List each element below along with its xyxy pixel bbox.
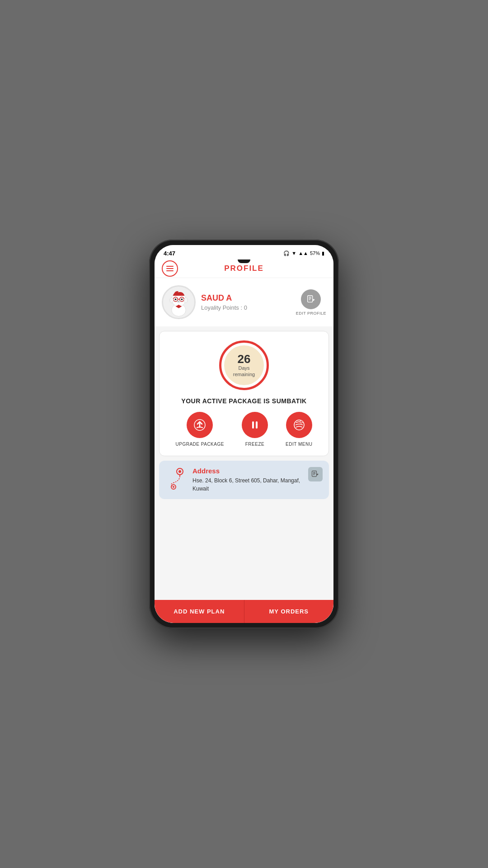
svg-point-24	[173, 486, 174, 488]
svg-rect-16	[252, 421, 254, 429]
phone-screen: 4:47 🎧 ▼ ▲▲ 57% ▮ PROFILE	[155, 245, 333, 623]
upgrade-label: UPGRADE PACKAGE	[176, 442, 224, 447]
profile-section: SAUD A Loyality Points : 0	[155, 278, 333, 326]
address-text-area: Address Hse. 24, Block 6, Street 605, Da…	[192, 467, 308, 493]
address-text: Hse. 24, Block 6, Street 605, Dahar, Man…	[192, 476, 308, 493]
svg-point-6	[181, 298, 183, 300]
svg-point-9	[177, 300, 181, 302]
svg-point-21	[178, 470, 181, 473]
days-inner: 26 Daysremaining	[224, 345, 264, 385]
upgrade-icon	[193, 418, 206, 432]
status-icons: 🎧 ▼ ▲▲ 57% ▮	[283, 250, 324, 256]
svg-point-8	[184, 297, 188, 303]
signal-icon: ▲▲	[298, 250, 308, 256]
edit-menu-label: EDIT MENU	[286, 442, 312, 447]
status-bar: 4:47 🎧 ▼ ▲▲ 57% ▮	[155, 245, 333, 259]
edit-menu-icon	[292, 418, 306, 432]
svg-point-7	[170, 297, 174, 303]
address-left: Address Hse. 24, Block 6, Street 605, Da…	[165, 467, 308, 493]
pause-icon-circle	[242, 412, 268, 438]
edit-profile-button[interactable]: EDIT PROFILE	[296, 289, 326, 316]
edit-icon	[301, 289, 321, 309]
freeze-button[interactable]: FREEZE	[242, 412, 268, 447]
edit-address-icon	[311, 470, 320, 479]
status-time: 4:47	[164, 250, 175, 257]
svg-point-10	[178, 301, 179, 302]
loyalty-points: Loyality Points : 0	[201, 304, 247, 311]
address-card: Address Hse. 24, Block 6, Street 605, Da…	[159, 461, 329, 499]
spacer	[155, 504, 333, 600]
upgrade-icon-circle	[187, 412, 213, 438]
svg-rect-11	[308, 295, 313, 302]
pause-icon	[248, 418, 262, 432]
phone-frame: 4:47 🎧 ▼ ▲▲ 57% ▮ PROFILE	[149, 240, 339, 628]
upgrade-package-button[interactable]: UPGRADE PACKAGE	[176, 412, 224, 447]
edit-menu-button[interactable]: EDIT MENU	[286, 412, 312, 447]
headphone-icon: 🎧	[283, 250, 290, 256]
days-remaining-circle: 26 Daysremaining	[219, 340, 269, 390]
app-content: SAUD A Loyality Points : 0	[155, 278, 333, 623]
days-number: 26	[238, 353, 251, 365]
svg-point-5	[175, 298, 177, 300]
wifi-icon: ▼	[291, 250, 296, 256]
edit-profile-label: EDIT PROFILE	[296, 311, 326, 316]
avatar-image	[163, 287, 194, 318]
add-new-plan-button[interactable]: ADD NEW PLAN	[155, 600, 244, 623]
svg-rect-17	[256, 421, 258, 429]
avatar	[162, 285, 196, 319]
profile-left: SAUD A Loyality Points : 0	[162, 285, 247, 319]
page-title: PROFILE	[224, 264, 264, 273]
bottom-buttons: ADD NEW PLAN MY ORDERS	[155, 600, 333, 623]
battery-text: 57%	[310, 250, 320, 256]
days-label: Daysremaining	[233, 365, 255, 378]
package-actions: UPGRADE PACKAGE FREEZE	[167, 412, 321, 447]
address-icons	[165, 467, 188, 492]
freeze-label: FREEZE	[245, 442, 264, 447]
notch	[238, 259, 250, 263]
address-title: Address	[192, 467, 308, 475]
my-orders-button[interactable]: MY ORDERS	[244, 600, 334, 623]
location-route-icon	[165, 467, 188, 492]
menu-button[interactable]	[162, 260, 178, 277]
profile-name: SAUD A	[201, 293, 247, 303]
edit-address-button[interactable]	[308, 467, 323, 481]
package-name: YOUR ACTIVE PACKAGE IS SUMBATIK	[181, 397, 306, 405]
edit-menu-icon-circle	[286, 412, 312, 438]
profile-info: SAUD A Loyality Points : 0	[201, 293, 247, 311]
hamburger-icon	[166, 266, 174, 271]
package-card: 26 Daysremaining YOUR ACTIVE PACKAGE IS …	[159, 331, 329, 456]
battery-icon: ▮	[322, 250, 324, 256]
